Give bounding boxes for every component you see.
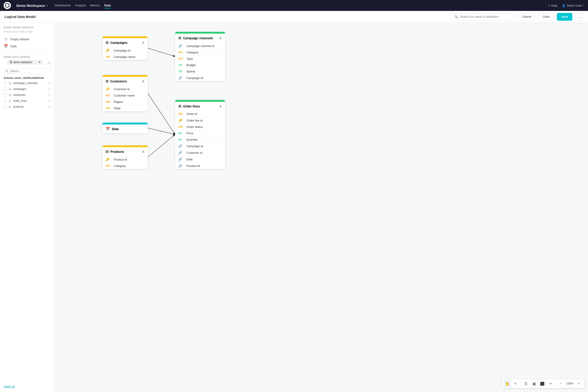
dataset-checkbox[interactable] bbox=[4, 105, 7, 108]
user-name: Demo User bbox=[567, 4, 582, 7]
num-type: 123 bbox=[178, 138, 185, 141]
drag-hint: Drag & drop to the canvas bbox=[0, 30, 54, 36]
card-field: 🔗Customer id bbox=[175, 149, 225, 156]
nav-data[interactable]: Data bbox=[104, 3, 111, 8]
zoom-out-button[interactable]: − bbox=[557, 380, 564, 387]
products-title: Products bbox=[110, 150, 124, 154]
cancel-button[interactable]: Cancel bbox=[518, 13, 535, 21]
empty-dataset-item[interactable]: ⊞ Empty dataset bbox=[0, 36, 54, 43]
sidebar-search-input[interactable] bbox=[10, 70, 49, 73]
canvas[interactable]: ⊞ Campaigns ∧ 🔑Campaign idABCCampaign na… bbox=[55, 23, 588, 392]
dataset-item[interactable]: ⊞ products ⓘ bbox=[0, 104, 54, 110]
table-icon: ⊞ bbox=[9, 105, 11, 108]
workspace-selector[interactable]: Demo Workspace ▾ bbox=[16, 4, 48, 8]
order-lines-collapse-icon[interactable]: ∧ bbox=[219, 104, 222, 108]
user-menu[interactable]: 👤 Demo User ▾ bbox=[562, 4, 584, 7]
products-header: ⊞ Products ∧ bbox=[102, 147, 148, 156]
select-all-link[interactable]: Select all bbox=[0, 382, 19, 389]
table-icon: ⊞ bbox=[9, 99, 11, 103]
campaign-channels-fields: 🔗Campaign channel idABCCategoryABCType12… bbox=[175, 42, 225, 81]
customers-fields: 🔑Customer idABCCustomer nameABCRegionABC… bbox=[102, 86, 148, 111]
info-icon[interactable]: ⓘ bbox=[48, 88, 51, 91]
link-icon: 🔗 bbox=[178, 164, 185, 168]
field-name: Order status bbox=[186, 125, 203, 128]
dataset-name: campaign_channels bbox=[13, 82, 38, 85]
info-icon[interactable]: ⓘ bbox=[48, 99, 51, 103]
card-field: ABCType bbox=[175, 56, 225, 62]
key-icon: 🔑 bbox=[106, 87, 112, 91]
help-button[interactable]: ? Help bbox=[548, 4, 557, 7]
info-icon[interactable]: ⓘ bbox=[48, 93, 51, 97]
card-field: 🔗Product id bbox=[175, 162, 225, 169]
from-ds-label: FROM DATA SOURCE bbox=[4, 56, 30, 58]
campaign-channels-header: ⊞ Campaign channels ∧ bbox=[175, 34, 225, 42]
cursor-tool-button[interactable]: ↖ bbox=[512, 380, 519, 387]
top-nav: Demo Workspace ▾ Dashboards Analyze Metr… bbox=[0, 0, 588, 11]
zoom-level: 100% bbox=[565, 382, 574, 385]
card-date[interactable]: 📅 Date bbox=[102, 123, 148, 133]
order-lines-fields: ABCOrder id🔑Order line idABCOrder status… bbox=[175, 110, 225, 169]
sidebar-search-icon: 🔍 bbox=[5, 70, 9, 73]
hand-tool-button[interactable]: ✋ bbox=[504, 380, 511, 387]
save-button[interactable]: Save bbox=[557, 13, 572, 21]
clear-button[interactable]: Clear bbox=[538, 13, 554, 21]
card-field: 🔗Date bbox=[175, 156, 225, 162]
campaign-channels-title: Campaign channels bbox=[183, 36, 213, 40]
more-button[interactable]: ... bbox=[575, 13, 583, 21]
card-field: 123Price bbox=[175, 130, 225, 136]
map-tool-button[interactable]: ⬛ bbox=[539, 380, 546, 387]
align-tool-button[interactable]: ☰ bbox=[522, 380, 529, 387]
refresh-icon[interactable]: ↺ bbox=[48, 61, 51, 65]
frame-tool-button[interactable]: ▣ bbox=[530, 380, 538, 387]
dataset-name: campaigns bbox=[13, 88, 26, 90]
dataset-item[interactable]: ⊞ campaigns ⓘ bbox=[0, 86, 54, 92]
campaign-channels-collapse-icon[interactable]: ∧ bbox=[219, 36, 222, 40]
date-label: Date bbox=[11, 44, 17, 48]
info-icon[interactable]: ⓘ bbox=[48, 105, 51, 108]
card-field: 🔑Campaign id bbox=[102, 47, 148, 54]
search-input[interactable] bbox=[460, 15, 512, 18]
dataset-item[interactable]: ⊞ order_lines ⓘ bbox=[0, 98, 54, 104]
dataset-item[interactable]: ⊞ customers ⓘ bbox=[0, 92, 54, 98]
card-field: 🔑Order line id bbox=[175, 117, 225, 124]
customers-collapse-icon[interactable]: ∧ bbox=[142, 79, 145, 83]
sidebar-divider bbox=[0, 52, 54, 52]
scissors-tool-button[interactable]: ✂ bbox=[547, 380, 554, 387]
card-field: 123Budget bbox=[175, 62, 225, 68]
zoom-in-button[interactable]: + bbox=[575, 380, 582, 387]
dataset-item[interactable]: ⊞ campaign_channels ⓘ bbox=[0, 80, 54, 86]
dataset-name: customers bbox=[13, 93, 26, 96]
card-field: 123Quantity bbox=[175, 136, 225, 143]
sidebar-search[interactable]: 🔍 bbox=[3, 68, 52, 74]
abc-type: ABC bbox=[178, 51, 185, 54]
field-name: Customer id bbox=[186, 151, 202, 154]
card-field: ABCOrder status bbox=[175, 124, 225, 130]
dataset-checkbox[interactable] bbox=[4, 99, 7, 102]
nav-metrics[interactable]: Metrics bbox=[90, 3, 100, 8]
db-selector[interactable]: 🗄 demo database ▾ bbox=[7, 60, 43, 65]
table-icon: ⊞ bbox=[9, 87, 11, 91]
canvas-toolbar: ✋ ↖ ☰ ▣ ⬛ ✂ − 100% + bbox=[502, 379, 584, 388]
info-icon[interactable]: ⓘ bbox=[48, 82, 51, 85]
card-customers[interactable]: ⊞ Customers ∧ 🔑Customer idABCCustomer na… bbox=[102, 75, 148, 111]
campaigns-collapse-icon[interactable]: ∧ bbox=[142, 40, 145, 45]
nav-analyze[interactable]: Analyze bbox=[75, 3, 86, 8]
dataset-checkbox[interactable] bbox=[4, 82, 7, 85]
field-name: Customer name bbox=[114, 94, 135, 97]
card-order-lines[interactable]: ⊞ Order lines ∧ ABCOrder id🔑Order line i… bbox=[175, 100, 225, 169]
card-campaign-channels[interactable]: ⊞ Campaign channels ∧ 🔗Campaign channel … bbox=[175, 32, 225, 81]
campaigns-title: Campaigns bbox=[110, 41, 127, 44]
card-products[interactable]: ⊞ Products ∧ 🔑Product idABCCategory bbox=[102, 145, 148, 169]
products-collapse-icon[interactable]: ∧ bbox=[142, 150, 145, 154]
dataset-checkbox[interactable] bbox=[4, 88, 7, 90]
date-item[interactable]: 📅 Date bbox=[0, 43, 54, 50]
date-title: Date bbox=[112, 127, 119, 131]
card-campaigns[interactable]: ⊞ Campaigns ∧ 🔑Campaign idABCCampaign na… bbox=[102, 36, 148, 60]
search-box[interactable]: 🔍 bbox=[451, 13, 515, 21]
abc-type: ABC bbox=[106, 56, 112, 58]
nav-dashboards[interactable]: Dashboards bbox=[55, 3, 71, 8]
abc-type: ABC bbox=[178, 126, 185, 128]
dataset-checkbox[interactable] bbox=[4, 93, 7, 96]
field-name: Region bbox=[114, 100, 123, 104]
num-type: 123 bbox=[178, 64, 185, 66]
